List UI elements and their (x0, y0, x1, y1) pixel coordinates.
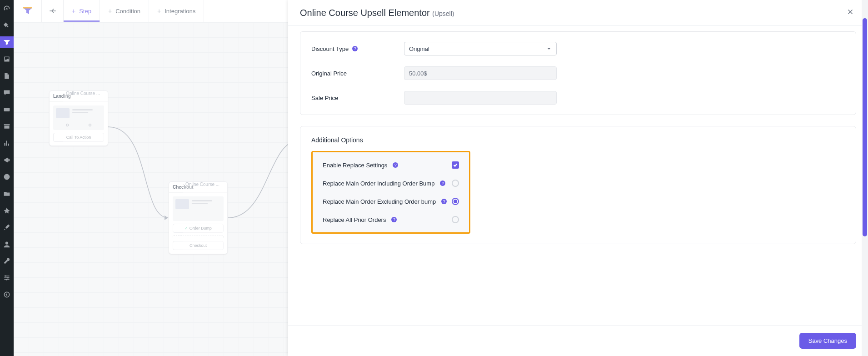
option-label: Enable Replace Settings (323, 162, 387, 169)
select-value: Original (409, 45, 429, 52)
help-icon[interactable]: ? (441, 199, 447, 204)
sliders-icon (3, 274, 10, 281)
row-discount-type: Discount Type ? Original (311, 42, 845, 55)
svg-point-3 (5, 275, 6, 276)
option-enable-replace: Enable Replace Settings ? (313, 156, 469, 174)
rail-comments[interactable] (0, 87, 14, 99)
tab-condition[interactable]: + Condition (100, 0, 149, 22)
radio-replace-all[interactable] (452, 216, 459, 223)
node-landing-title: Landing - Online Course ... (50, 91, 108, 102)
help-icon[interactable]: ? (440, 181, 445, 186)
check-icon (453, 163, 458, 167)
option-label: Replace Main Order Including Order Bump (323, 180, 434, 187)
help-icon[interactable]: ? (393, 162, 398, 168)
plus-icon: + (108, 7, 112, 15)
topbar-logo[interactable] (14, 0, 42, 22)
tab-condition-label: Condition (115, 8, 140, 15)
option-replace-excluding-bump: Replace Main Order Excluding Order bump … (313, 192, 469, 211)
label-original-price: Original Price (311, 70, 393, 77)
node-checkout-body: Order Bump Checkout (169, 193, 227, 254)
rail-products[interactable] (0, 120, 14, 132)
save-changes-button[interactable]: Save Changes (799, 333, 856, 349)
wrench-icon (3, 257, 10, 265)
funnel-logo-icon (23, 7, 33, 15)
rail-marketing[interactable] (0, 154, 14, 166)
checkbox-enable-replace[interactable] (452, 161, 459, 169)
tab-integrations-label: Integrations (165, 8, 195, 15)
rail-analytics[interactable] (0, 137, 14, 149)
row-sale-price: Sale Price (311, 91, 845, 105)
select-discount-type[interactable]: Original (404, 42, 557, 55)
node-thumbnail (173, 196, 224, 221)
additional-options-card: Additional Options Enable Replace Settin… (300, 126, 856, 244)
label-discount-type: Discount Type ? (311, 45, 393, 52)
node-checkout[interactable]: Checkout - Online Course ... Order Bump … (169, 181, 228, 254)
input-original-price (404, 66, 557, 80)
plus-icon: + (72, 7, 75, 15)
panel-footer: Save Changes (288, 325, 868, 356)
panel-title: Online Course Upsell Elementor (Upsell) (300, 8, 454, 18)
svg-point-4 (7, 277, 9, 278)
node-landing[interactable]: Landing - Online Course ... Call To Acti… (49, 90, 108, 146)
tab-step[interactable]: + Step (64, 0, 100, 22)
tab-integrations[interactable]: + Integrations (149, 0, 204, 22)
rail-collapse[interactable] (0, 289, 14, 301)
rail-posts[interactable] (0, 20, 14, 31)
rail-users[interactable] (0, 238, 14, 250)
pin-icon (3, 22, 10, 29)
panel-close-button[interactable] (844, 6, 856, 20)
option-label: Replace Main Order Excluding Order bump (323, 198, 436, 205)
media-icon (3, 55, 10, 63)
collapse-icon (3, 291, 10, 298)
rail-appearance[interactable] (0, 221, 14, 233)
node-orderbump-button[interactable]: Order Bump (173, 224, 224, 233)
highlighted-options: Enable Replace Settings ? Replace Main O… (311, 151, 470, 234)
rail-funnel-active[interactable] (0, 36, 14, 48)
page-icon (3, 72, 10, 80)
wp-admin-rail (0, 0, 14, 356)
rail-settings[interactable] (0, 272, 14, 284)
help-icon[interactable]: ? (391, 217, 397, 222)
rail-tools[interactable] (0, 255, 14, 267)
node-title-strong: Checkout (173, 185, 194, 190)
settings-panel: Online Course Upsell Elementor (Upsell) … (288, 0, 868, 356)
node-landing-body: Call To Action (50, 102, 108, 145)
panel-title-sub: (Upsell) (432, 10, 454, 17)
rail-pages[interactable] (0, 70, 14, 82)
close-icon (846, 8, 854, 16)
radio-replace-incl[interactable] (452, 180, 459, 187)
option-list: Enable Replace Settings ? Replace Main O… (313, 152, 469, 232)
radio-replace-excl[interactable] (452, 198, 459, 205)
funnel-icon (3, 39, 10, 46)
option-replace-including-bump: Replace Main Order Including Order Bump … (313, 174, 469, 192)
megaphone-icon (3, 156, 10, 164)
option-replace-all-prior: Replace All Prior Orders ? (313, 211, 469, 229)
node-cta-button[interactable]: Call To Action (53, 133, 104, 142)
arrow-left-icon (49, 7, 57, 15)
rail-filemanager[interactable] (0, 188, 14, 200)
rail-getwpfunnels[interactable] (0, 205, 14, 216)
user-icon (3, 241, 10, 248)
svg-marker-7 (165, 216, 168, 220)
node-checkout-title: Checkout - Online Course ... (169, 182, 227, 193)
input-sale-price[interactable] (404, 91, 557, 105)
rail-dashboard[interactable] (0, 3, 14, 15)
pricing-card: Discount Type ? Original Original Price (300, 31, 856, 115)
back-button[interactable] (42, 0, 64, 22)
app-root: + Step + Condition + Integrations (0, 0, 868, 356)
woo-icon (3, 106, 10, 113)
panel-title-main: Online Course Upsell Elementor (300, 8, 432, 18)
row-original-price: Original Price (311, 66, 845, 80)
rail-media[interactable] (0, 53, 14, 65)
pushpin-icon (3, 207, 10, 214)
node-checkout-button[interactable]: Checkout (173, 241, 224, 250)
rail-woo[interactable] (0, 104, 14, 115)
chevron-down-icon (546, 46, 552, 51)
panel-scrollbar-thumb[interactable] (863, 18, 867, 236)
panel-scrollbar-track[interactable] (862, 0, 868, 356)
gauge-icon (3, 5, 10, 12)
elementor-icon (3, 173, 10, 181)
rail-elementor[interactable] (0, 171, 14, 183)
help-icon[interactable]: ? (352, 46, 358, 51)
additional-options-title: Additional Options (311, 136, 845, 144)
